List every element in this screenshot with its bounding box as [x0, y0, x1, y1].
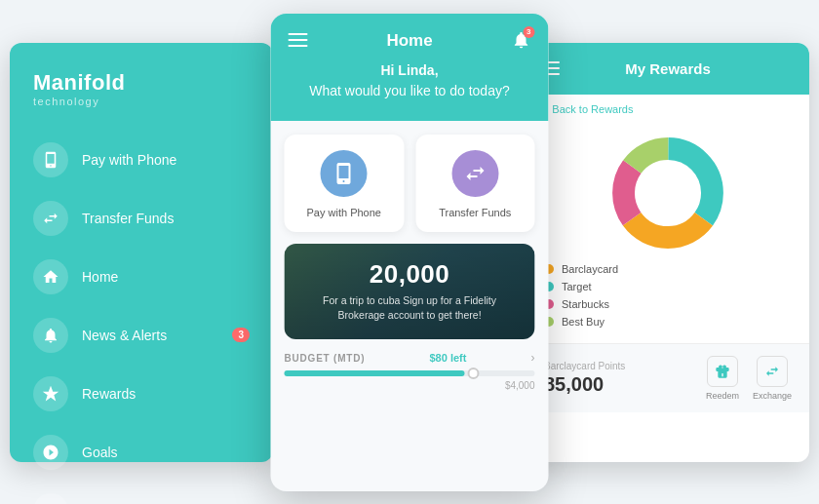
center-body: Pay with Phone Transfer Funds 20,000 For… — [271, 121, 549, 406]
bell-icon — [33, 318, 68, 353]
legend-item-starbucks: Starbucks — [544, 298, 792, 310]
reward-amount: 85,000 — [544, 373, 625, 396]
legend-item-barclaycard: Barclaycard — [544, 263, 792, 275]
transfer-funds-icon-wrap — [451, 150, 498, 197]
reward-exchange-button[interactable]: Exchange — [753, 356, 792, 401]
legend-label-best buy: Best Buy — [562, 316, 604, 328]
notification-button[interactable]: 3 — [512, 30, 531, 54]
rewards-icon — [33, 376, 68, 411]
sidebar-item-home[interactable]: Home — [10, 248, 273, 306]
sidebar-item-rewards[interactable]: Rewards — [10, 365, 273, 423]
right-title: My Rewards — [625, 60, 730, 77]
promo-text: For a trip to cuba Sign up for a Fidelit… — [298, 293, 522, 325]
budget-bar — [285, 370, 535, 376]
brand-sub: technology — [33, 96, 250, 107]
sidebar-item-news-alerts[interactable]: News & Alerts 3 — [10, 306, 273, 365]
arrows-icon — [33, 493, 68, 505]
sidebar-label-home: Home — [82, 269, 118, 285]
budget-left: $80 left — [430, 352, 467, 364]
reward-actions: Reedem Exchange — [706, 356, 792, 401]
promo-amount: 20,000 — [298, 259, 522, 290]
sidebar-item-transfer-funds[interactable]: Transfer Funds — [10, 189, 273, 248]
donut-svg — [609, 135, 726, 252]
hamburger-menu[interactable] — [289, 33, 308, 47]
reward-redeem-label: Reedem — [706, 391, 739, 401]
scene: Manifold technology Pay with Phone Trans… — [10, 14, 809, 491]
pay-phone-card[interactable]: Pay with Phone — [285, 135, 405, 232]
budget-total: $4,000 — [505, 380, 535, 391]
transfer-funds-label: Transfer Funds — [425, 207, 526, 218]
reward-exchange-icon — [757, 356, 788, 387]
action-cards: Pay with Phone Transfer Funds — [285, 135, 535, 232]
center-header: Home 3 Hi Linda, What would you like to … — [271, 14, 549, 121]
right-header: My Rewards — [526, 43, 809, 95]
legend-label-barclaycard: Barclaycard — [562, 263, 618, 275]
center-panel: Home 3 Hi Linda, What would you like to … — [271, 14, 549, 491]
budget-fill — [285, 370, 465, 376]
back-label: Back to Rewards — [552, 103, 633, 115]
goals-icon — [33, 435, 68, 470]
left-sidebar: Manifold technology Pay with Phone Trans… — [10, 43, 273, 462]
reward-exchange-label: Exchange — [753, 391, 792, 401]
sidebar-item-pay-phone[interactable]: Pay with Phone — [10, 131, 273, 189]
brand-area: Manifold technology — [10, 70, 273, 131]
badge-news-alerts: 3 — [232, 328, 250, 342]
budget-section: BUDGET (MTD) $80 left › $4,000 — [285, 351, 535, 391]
budget-chevron-icon[interactable]: › — [531, 351, 535, 365]
pay-phone-label: Pay with Phone — [294, 207, 395, 218]
sidebar-item-transfer[interactable]: Transfer — [10, 482, 273, 505]
notification-badge: 3 — [523, 26, 534, 38]
sidebar-item-goals[interactable]: Goals — [10, 423, 273, 482]
brand-name: Manifold — [33, 70, 250, 96]
legend: Barclaycard Target Starbucks Best Buy — [526, 259, 809, 343]
budget-label: BUDGET (MTD) — [285, 353, 366, 364]
back-to-rewards[interactable]: ‹ Back to Rewards — [526, 95, 809, 125]
sidebar-label-news-alerts: News & Alerts — [82, 328, 167, 343]
phone-icon — [33, 142, 68, 177]
reward-footer: Barclaycard Points 85,000 Reedem Exchang… — [526, 343, 809, 412]
svg-point-4 — [638, 162, 699, 223]
promo-card[interactable]: 20,000 For a trip to cuba Sign up for a … — [285, 244, 535, 340]
sidebar-label-transfer-funds: Transfer Funds — [82, 211, 174, 226]
legend-label-target: Target — [562, 281, 592, 292]
sidebar-label-goals: Goals — [82, 445, 118, 460]
reward-redeem-icon — [707, 356, 738, 387]
legend-item-target: Target — [544, 281, 792, 292]
transfer-icon — [33, 201, 68, 236]
center-title: Home — [289, 31, 531, 51]
reward-brand-label: Barclaycard Points — [544, 361, 625, 371]
home-icon — [33, 259, 68, 294]
pay-phone-icon-wrap — [321, 150, 368, 197]
right-panel: My Rewards ‹ Back to Rewards Barclaycard — [526, 43, 809, 462]
legend-label-starbucks: Starbucks — [562, 298, 609, 310]
legend-item-best-buy: Best Buy — [544, 316, 792, 328]
budget-marker — [468, 368, 480, 379]
transfer-funds-card[interactable]: Transfer Funds — [415, 135, 535, 232]
greeting: Hi Linda, What would you like to do toda… — [289, 60, 531, 101]
sidebar-label-rewards: Rewards — [82, 386, 136, 402]
reward-redeem-button[interactable]: Reedem — [706, 356, 739, 401]
sidebar-label-pay-phone: Pay with Phone — [82, 152, 176, 168]
donut-chart — [526, 125, 809, 259]
